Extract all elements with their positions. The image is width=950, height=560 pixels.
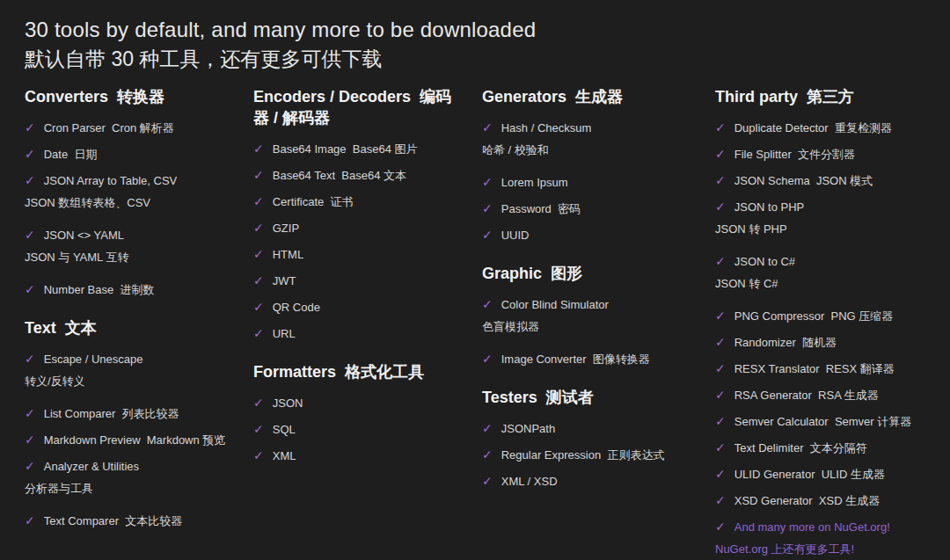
section-title-converters: Converters 转换器: [25, 86, 241, 107]
tool-item-jsonpath: ✓JSONPath: [482, 418, 703, 440]
check-icon: ✓: [482, 421, 493, 435]
tool-item-label: QR Code: [273, 301, 320, 314]
check-icon: ✓: [253, 326, 264, 340]
tool-item-base64-text-base64: ✓Base64 Text Base64 文本: [253, 164, 470, 186]
check-icon: ✓: [253, 448, 264, 462]
check-icon: ✓: [715, 520, 726, 534]
tool-item-xml-xsd: ✓XML / XSD: [482, 470, 703, 492]
section-graphic: Graphic 图形✓Color Blind Simulator 色盲模拟器✓I…: [482, 263, 703, 370]
section-encoders-decoders: Encoders / Decoders 编码 器 / 解码器✓Base64 Im…: [253, 86, 470, 345]
tool-item-ulid-generator-ulid: ✓ULID Generator ULID 生成器: [715, 463, 913, 485]
tool-item-label: XML: [273, 449, 296, 462]
check-icon: ✓: [253, 194, 264, 208]
tool-item-json: ✓JSON: [253, 392, 470, 414]
tool-item-date: ✓Date 日期: [25, 143, 241, 165]
tool-item-xml: ✓XML: [253, 445, 470, 467]
tool-item-label: Regular Expression 正则表达式: [501, 448, 665, 462]
tool-item-jwt: ✓JWT: [253, 270, 470, 292]
check-icon: ✓: [482, 228, 493, 242]
check-icon: ✓: [482, 201, 493, 215]
tool-item-text-delimiter: ✓Text Delimiter 文本分隔符: [715, 437, 913, 459]
tool-columns: Converters 转换器✓Cron Parser Cron 解析器✓Date…: [25, 86, 925, 560]
check-icon: ✓: [482, 297, 493, 311]
tool-item-sql: ✓SQL: [253, 418, 470, 440]
tool-item-label: Image Converter 图像转换器: [501, 353, 650, 366]
check-icon: ✓: [715, 200, 726, 214]
page-subtitle: 默认自带 30 种工具，还有更多可供下载: [25, 45, 925, 73]
section-title-formatters: Formatters 格式化工具: [253, 361, 470, 382]
tool-item-label: Lorem Ipsum: [501, 176, 568, 189]
tool-item-rsa-generator-rsa: ✓RSA Generator RSA 生成器: [715, 384, 913, 406]
tool-item-password: ✓Password 密码: [482, 198, 703, 220]
tool-item-label: Markdown Preview Markdown 预览: [44, 433, 226, 447]
tool-item-escape-unescape: ✓Escape / Unescape 转义/反转义: [25, 348, 241, 392]
tool-item-label: Number Base 进制数: [44, 283, 155, 296]
tool-item-label: Duplicate Detector 重复检测器: [734, 121, 892, 135]
page-title: 30 tools by default, and many more to be…: [25, 16, 925, 43]
section-title-third-party: Third party 第三方: [715, 86, 913, 107]
page-header: 30 tools by default, and many more to be…: [25, 16, 925, 73]
check-icon: ✓: [253, 422, 264, 436]
tool-item-label: JWT: [273, 274, 296, 287]
tool-column-2: Encoders / Decoders 编码 器 / 解码器✓Base64 Im…: [253, 86, 482, 484]
check-icon: ✓: [482, 175, 493, 189]
check-icon: ✓: [715, 467, 726, 481]
check-icon: ✓: [253, 247, 264, 261]
check-icon: ✓: [715, 361, 726, 375]
tool-item-markdown-preview-markdown: ✓Markdown Preview Markdown 预览: [25, 429, 241, 451]
tool-item-label: RSA Generator RSA 生成器: [734, 389, 879, 402]
tool-item-regular-expression: ✓Regular Expression 正则表达式: [482, 444, 703, 466]
tool-item-lorem-ipsum: ✓Lorem Ipsum: [482, 171, 703, 193]
check-icon: ✓: [715, 173, 726, 187]
tool-item-base64-image-base64: ✓Base64 Image Base64 图片: [253, 138, 470, 160]
tool-item-image-converter: ✓Image Converter 图像转换器: [482, 348, 703, 370]
tool-item-number-base: ✓Number Base 进制数: [25, 279, 241, 301]
check-icon: ✓: [25, 147, 35, 161]
tool-item-label: Color Blind Simulator 色盲模拟器: [482, 298, 609, 333]
tool-item-label: JSON Schema JSON 模式: [734, 174, 873, 187]
tool-item-url: ✓URL: [253, 323, 470, 345]
check-icon: ✓: [715, 388, 726, 402]
check-icon: ✓: [482, 474, 493, 488]
tool-item-label: Password 密码: [501, 202, 581, 215]
tool-item-label: File Splitter 文件分割器: [734, 148, 855, 161]
section-title-encoders-decoders: Encoders / Decoders 编码 器 / 解码器: [253, 86, 470, 128]
tool-item-cron-parser-cron: ✓Cron Parser Cron 解析器: [25, 117, 241, 139]
check-icon: ✓: [482, 352, 493, 366]
tool-item-analyzer-utilities: ✓Analyzer & Utilities 分析器与工具: [25, 455, 241, 499]
tool-item-and-many-more-on-nuget-org[interactable]: ✓And many more on NuGet.org! NuGet.org 上…: [715, 516, 913, 560]
check-icon: ✓: [25, 433, 35, 447]
check-icon: ✓: [715, 147, 726, 161]
tool-item-file-splitter: ✓File Splitter 文件分割器: [715, 143, 913, 165]
tool-item-label: JSON: [273, 396, 303, 410]
tool-item-label: Cron Parser Cron 解析器: [44, 121, 174, 135]
tool-item-label: Base64 Image Base64 图片: [273, 142, 418, 156]
check-icon: ✓: [253, 273, 264, 287]
check-icon: ✓: [25, 228, 35, 242]
tool-item-duplicate-detector: ✓Duplicate Detector 重复检测器: [715, 117, 913, 139]
tool-item-list-comparer: ✓List Comparer 列表比较器: [25, 403, 241, 425]
check-icon: ✓: [715, 309, 726, 323]
tool-item-xsd-generator-xsd: ✓XSD Generator XSD 生成器: [715, 490, 913, 512]
tool-item-label: Analyzer & Utilities 分析器与工具: [25, 460, 139, 495]
check-icon: ✓: [25, 282, 35, 296]
tool-item-json-schema-json: ✓JSON Schema JSON 模式: [715, 170, 913, 192]
check-icon: ✓: [715, 335, 726, 349]
tool-item-label: HTML: [273, 248, 303, 261]
tool-item-label: JSON Array to Table, CSV JSON 数组转表格、CSV: [25, 174, 177, 209]
check-icon: ✓: [715, 120, 726, 135]
check-icon: ✓: [253, 396, 264, 410]
tool-item-json-yaml: ✓JSON <> YAML JSON 与 YAML 互转: [25, 224, 241, 268]
tool-item-label: SQL: [273, 423, 296, 436]
check-icon: ✓: [25, 459, 35, 473]
tool-item-label: Randomizer 随机器: [734, 336, 837, 349]
tool-item-label: XML / XSD: [501, 475, 558, 488]
tool-item-label: JSON <> YAML JSON 与 YAML 互转: [25, 229, 128, 264]
tool-item-label: Base64 Text Base64 文本: [273, 169, 406, 182]
tool-item-certificate: ✓Certificate 证书: [253, 191, 470, 213]
section-third-party: Third party 第三方✓Duplicate Detector 重复检测器…: [715, 86, 913, 560]
tool-item-label: Text Delimiter 文本分隔符: [734, 441, 867, 455]
section-text: Text 文本✓Escape / Unescape 转义/反转义✓List Co…: [25, 317, 241, 532]
tool-item-label: XSD Generator XSD 生成器: [734, 494, 880, 507]
tool-item-label: List Comparer 列表比较器: [44, 407, 179, 420]
